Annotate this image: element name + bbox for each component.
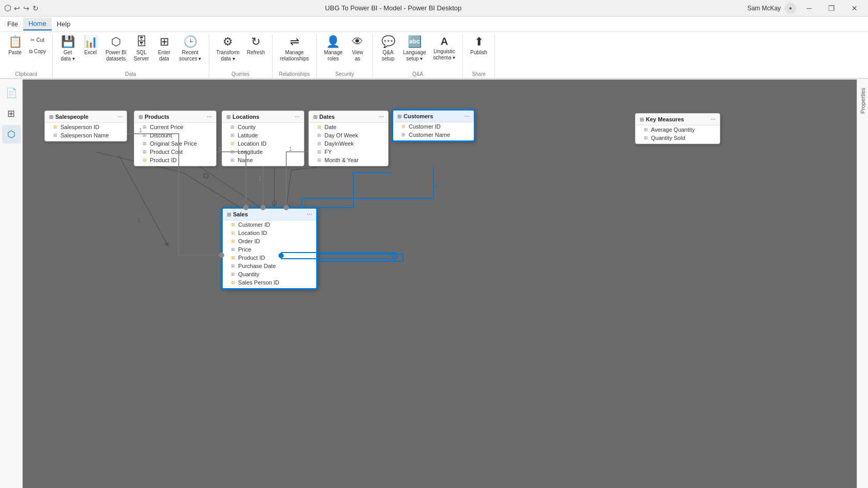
svg-text:1: 1 (218, 146, 221, 152)
sales-header[interactable]: ⊞Sales ··· (223, 209, 316, 221)
linguistic-schema-button[interactable]: A Linguisticschema ▾ (430, 34, 459, 69)
data-view-icon[interactable]: ⊞ (2, 104, 21, 123)
restore-btn[interactable]: ❐ (822, 0, 841, 17)
ribbon-group-relationships: ⇌ Managerelationships Relationships (273, 34, 317, 78)
properties-tab[interactable]: Properties (859, 84, 867, 118)
key-icon-prod: ⊞ (143, 158, 148, 163)
field-icon-qtysold: ⊞ (644, 135, 649, 140)
dates-header[interactable]: ⊞Dates ··· (309, 111, 388, 123)
svg-point-2 (205, 174, 209, 178)
field-icon-3: ⊞ (143, 141, 148, 146)
language-setup-button[interactable]: 🔤 Languagesetup ▾ (400, 34, 429, 69)
field-day-of-week: ⊞ Day Of Week (309, 131, 388, 139)
field-current-price: ⊞ Current Price (134, 123, 216, 131)
window-title: UBG To Power BI - Model - Power BI Deskt… (39, 4, 747, 12)
products-header[interactable]: ⊞Products ··· (134, 111, 216, 123)
customers-icon: ⊞ (397, 114, 401, 119)
table-locations[interactable]: ⊞Locations ··· ⊞ County ⊞ Latitude ⊞ Loc… (222, 111, 304, 166)
minimize-btn[interactable]: ─ (800, 0, 818, 17)
locations-menu[interactable]: ··· (295, 113, 300, 120)
sql-server-button[interactable]: 🗄 SQLServer (131, 34, 152, 69)
dates-menu[interactable]: ··· (379, 113, 384, 120)
recent-sources-button[interactable]: 🕒 Recentsources ▾ (176, 34, 205, 69)
copy-button[interactable]: ⧉ Copy (27, 46, 48, 57)
table-dates[interactable]: ⊞Dates ··· ⊞ Date ⊞ Day Of Week ⊞ DayInW… (308, 111, 389, 166)
qa-setup-button[interactable]: 💬 Q&Asetup (377, 34, 399, 69)
dates-icon: ⊞ (313, 114, 317, 120)
copy-icon: ⧉ Copy (29, 49, 46, 55)
field-sales-location-id: ⊞ Location ID (223, 229, 316, 237)
field-fy: ⊞ FY (309, 148, 388, 156)
language-setup-icon: 🔤 (408, 36, 422, 48)
field-icon-sq: ⊞ (231, 272, 236, 277)
table-key-measures[interactable]: ⊞Key Measures ··· ⊞ Average Quantity ⊞ Q… (635, 113, 720, 144)
ribbon-group-share: ⬆ Publish Share (463, 34, 495, 78)
ribbon-group-queries: ⚙ Transformdata ▾ ↻ Refresh Queries (209, 34, 273, 78)
menu-item-home[interactable]: Home (23, 18, 52, 30)
table-products[interactable]: ⊞Products ··· ⊞ Current Price ⊞ Discount… (134, 111, 216, 166)
table-sales[interactable]: ⊞Sales ··· ⊞ Customer ID ⊞ Location ID ⊞… (222, 208, 317, 289)
powerbi-datasets-button[interactable]: ⬡ Power BIdatasets (102, 34, 130, 69)
close-btn[interactable]: ✕ (845, 0, 864, 17)
salespeople-menu[interactable]: ··· (117, 113, 122, 120)
security-label: Security (335, 71, 354, 77)
field-location-id: ⊞ Location ID (222, 139, 304, 148)
field-sales-price: ⊞ Price (223, 245, 316, 254)
salespeople-icon: ⊞ (49, 114, 53, 120)
cut-copy-group: ✂ Cut ⧉ Copy (27, 34, 48, 69)
field-icon-2: ⊞ (143, 133, 148, 138)
redo-btn[interactable]: ↪ (23, 5, 30, 12)
report-view-icon[interactable]: 📄 (2, 84, 21, 102)
get-data-button[interactable]: 💾 Getdata ▾ (57, 34, 79, 69)
enter-data-button[interactable]: ⊞ Enterdata (153, 34, 175, 69)
svg-point-5 (272, 201, 276, 206)
field-salesperson-id: ⊞ Salesperson ID (45, 123, 127, 131)
svg-point-23 (392, 253, 397, 258)
field-customer-id: ⊞ Customer ID (393, 122, 474, 131)
manage-roles-button[interactable]: 👤 Manageroles (321, 34, 346, 69)
key-measures-header[interactable]: ⊞Key Measures ··· (636, 114, 720, 125)
get-data-icon: 💾 (61, 36, 75, 48)
customers-menu[interactable]: ··· (464, 113, 470, 120)
table-customers[interactable]: ⊞Customers ··· ⊞ Customer ID ⊞ Customer … (392, 109, 475, 141)
paste-button[interactable]: 📋 Paste (4, 34, 26, 69)
menu-item-file[interactable]: File (2, 18, 23, 30)
salespeople-header[interactable]: ⊞Salespeople ··· (45, 111, 127, 123)
products-menu[interactable]: ··· (207, 113, 212, 120)
field-product-cost: ⊞ Product Cost (134, 148, 216, 156)
field-icon-spd: ⊞ (231, 263, 236, 269)
view-as-button[interactable]: 👁 Viewas (347, 34, 368, 69)
queries-label: Queries (231, 71, 250, 77)
refresh-button[interactable]: ↻ Refresh (244, 34, 268, 69)
key-measures-menu[interactable]: ··· (710, 116, 716, 123)
manage-roles-icon: 👤 (326, 36, 340, 48)
publish-icon: ⬆ (474, 36, 484, 48)
customers-header[interactable]: ⊞Customers ··· (393, 111, 474, 122)
excel-button[interactable]: 📊 Excel (80, 34, 101, 69)
cut-button[interactable]: ✂ Cut (27, 34, 48, 45)
manage-relationships-button[interactable]: ⇌ Managerelationships (277, 34, 312, 69)
field-discount: ⊞ Discount (134, 131, 216, 139)
publish-button[interactable]: ⬆ Publish (467, 34, 490, 69)
field-icon-diw: ⊞ (317, 141, 322, 146)
field-sales-product-id: ⊞ Product ID (223, 254, 316, 262)
key-measures-icon: ⊞ (640, 117, 644, 122)
transform-data-button[interactable]: ⚙ Transformdata ▾ (213, 34, 243, 69)
model-view-icon[interactable]: ⬡ (2, 125, 21, 144)
locations-header[interactable]: ⊞Locations ··· (222, 111, 304, 123)
field-icon-name: ⊞ (230, 158, 236, 163)
ribbon-group-security: 👤 Manageroles 👁 Viewas Security (317, 34, 373, 78)
svg-text:1: 1 (435, 183, 438, 189)
titlebar-left-icons: ⬡ ↩ ↪ ↻ (4, 3, 39, 13)
sales-menu[interactable]: ··· (307, 211, 312, 218)
menu-item-help[interactable]: Help (52, 18, 76, 30)
refresh-title-btn[interactable]: ↻ (32, 5, 39, 12)
field-county: ⊞ County (222, 123, 304, 131)
locations-icon: ⊞ (226, 114, 230, 120)
ribbon: 📋 Paste ✂ Cut ⧉ Copy Clipboard 💾 Getdata… (0, 32, 868, 78)
table-salespeople[interactable]: ⊞Salespeople ··· ⊞ Salesperson ID ⊞ Sale… (44, 111, 127, 141)
canvas[interactable]: 1 ● ⊞Salespeople ··· ⊞ Salesperson ID ⊞ … (23, 80, 857, 488)
undo-btn[interactable]: ↩ (13, 5, 21, 12)
svg-text:1: 1 (258, 175, 261, 181)
field-name: ⊞ Name (222, 156, 304, 166)
